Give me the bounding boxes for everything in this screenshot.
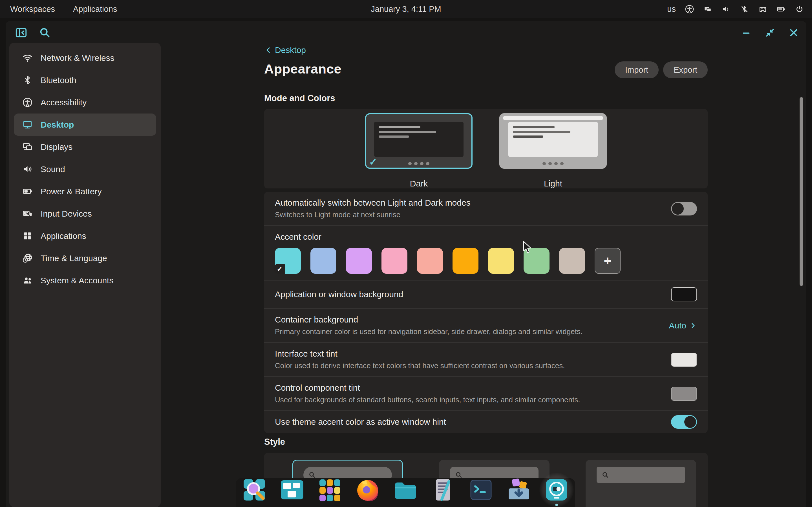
row-subtitle: Color used to derive interface text colo… — [275, 361, 697, 370]
users-icon — [22, 275, 33, 286]
accent-swatch-yellow[interactable] — [488, 248, 514, 274]
battery-icon — [22, 186, 33, 196]
close-icon[interactable] — [788, 27, 799, 38]
settings-sidebar: Network & Wireless Bluetooth Accessibili… — [9, 43, 161, 507]
setting-row-auto-switch: Automatically switch between Light and D… — [264, 192, 708, 225]
setting-row-interface-text-tint: Interface text tint Color used to derive… — [264, 342, 708, 376]
style-preview-searchbar — [597, 467, 685, 483]
row-subtitle: Primary container color is used for navi… — [275, 327, 697, 336]
container-background-value[interactable]: Auto — [669, 321, 686, 330]
row-title: Application or window background — [275, 290, 403, 299]
dock-item-firefox[interactable] — [354, 476, 382, 504]
minimize-button[interactable] — [741, 27, 752, 38]
dark-mode-preview — [374, 122, 463, 157]
dock-item-files[interactable] — [391, 476, 419, 504]
search-icon[interactable] — [38, 26, 51, 39]
bluetooth-disabled-icon[interactable] — [740, 4, 749, 14]
accent-swatch-orange[interactable] — [453, 248, 478, 274]
accent-swatch-warm-gray[interactable] — [559, 248, 585, 274]
mouse-cursor — [523, 241, 535, 255]
maximize-button[interactable] — [765, 27, 775, 38]
appearance-settings-card: Automatically switch between Light and D… — [264, 192, 708, 433]
export-button[interactable]: Export — [663, 61, 708, 78]
breadcrumb-label: Desktop — [275, 45, 306, 55]
wifi-icon — [22, 53, 33, 63]
desktop-icon — [22, 119, 33, 130]
sidebar-item-applications[interactable]: Applications — [14, 225, 156, 247]
import-button[interactable]: Import — [615, 61, 659, 78]
scrollbar-thumb[interactable] — [800, 97, 803, 286]
sidebar-item-input-devices[interactable]: Input Devices — [14, 203, 156, 225]
sidebar-item-label: Displays — [41, 142, 72, 152]
sidebar-item-network-wireless[interactable]: Network & Wireless — [14, 47, 156, 69]
volume-icon[interactable] — [721, 4, 731, 14]
sidebar-item-sound[interactable]: Sound — [14, 158, 156, 180]
running-indicator — [555, 504, 558, 506]
sidebar-item-label: Applications — [41, 231, 86, 241]
top-panel: Workspaces Applications January 3, 4:11 … — [0, 0, 812, 18]
accent-window-hint-toggle[interactable] — [671, 415, 697, 429]
applications-menu[interactable]: Applications — [73, 4, 117, 14]
sidebar-item-label: Accessibility — [41, 98, 87, 107]
add-accent-color-button[interactable]: + — [595, 248, 620, 274]
setting-row-control-component-tint: Control component tint Used for backgrou… — [264, 376, 708, 410]
breadcrumb[interactable]: Desktop — [264, 45, 306, 55]
check-icon: ✓ — [369, 156, 377, 168]
windows-stack-icon[interactable] — [703, 4, 712, 14]
accessibility-icon[interactable] — [685, 4, 694, 14]
dock-item-app-library[interactable] — [316, 476, 344, 504]
row-title: Control component tint — [275, 383, 697, 393]
auto-switch-toggle[interactable] — [671, 202, 697, 216]
apps-grid-icon — [22, 231, 33, 241]
sidebar-toggle-icon[interactable] — [15, 26, 28, 39]
light-mode-preview — [508, 122, 598, 157]
style-section-heading: Style — [264, 437, 285, 447]
settings-window: Network & Wireless Bluetooth Accessibili… — [6, 21, 806, 507]
keyboard-layout-applet[interactable]: us — [667, 4, 676, 14]
sidebar-item-system-accounts[interactable]: System & Accounts — [14, 269, 156, 291]
accent-swatch-teal[interactable]: ✓ — [275, 248, 301, 274]
power-icon[interactable] — [795, 4, 804, 14]
plus-icon: + — [604, 253, 612, 269]
dock — [236, 478, 575, 507]
accent-swatch-salmon[interactable] — [417, 248, 443, 274]
workspaces-menu[interactable]: Workspaces — [10, 4, 55, 14]
mode-option-dark[interactable]: ✓ — [365, 113, 472, 169]
mode-label-light: Light — [499, 179, 607, 188]
clock-applet[interactable]: January 3, 4:11 PM — [371, 0, 441, 18]
dock-item-text-editor[interactable] — [429, 476, 457, 504]
app-background-swatch[interactable] — [671, 287, 697, 301]
accent-swatch-purple[interactable] — [346, 248, 372, 274]
chevron-right-icon — [689, 322, 697, 330]
accent-swatch-pink[interactable] — [382, 248, 407, 274]
dock-item-launcher[interactable] — [240, 476, 268, 504]
sidebar-item-desktop[interactable]: Desktop — [14, 114, 156, 136]
mode-option-light[interactable] — [499, 113, 607, 169]
battery-icon[interactable] — [776, 4, 786, 14]
setting-row-container-background[interactable]: Container background Primary container c… — [264, 308, 708, 342]
mode-section-heading: Mode and Colors — [264, 93, 335, 103]
sidebar-item-bluetooth[interactable]: Bluetooth — [14, 69, 156, 91]
dock-item-workspaces[interactable] — [278, 476, 306, 504]
accent-swatch-blue[interactable] — [310, 248, 336, 274]
dock-item-terminal[interactable] — [467, 476, 495, 504]
keyboard-icon — [22, 209, 33, 219]
interface-text-tint-swatch[interactable] — [671, 353, 697, 367]
sidebar-item-label: Power & Battery — [41, 187, 102, 196]
sidebar-item-label: Bluetooth — [41, 75, 77, 85]
row-subtitle: Switches to Light mode at next sunrise — [275, 210, 697, 219]
control-component-tint-swatch[interactable] — [671, 387, 697, 401]
sidebar-item-displays[interactable]: Displays — [14, 136, 156, 158]
sidebar-item-time-language[interactable]: Time & Language — [14, 247, 156, 269]
appearance-page: Desktop Appearance Import Export Mode an… — [264, 21, 708, 507]
dock-item-app-store[interactable] — [505, 476, 533, 504]
accent-color-label: Accent color — [275, 232, 697, 242]
sidebar-item-power-battery[interactable]: Power & Battery — [14, 180, 156, 203]
sidebar-item-label: Input Devices — [41, 209, 92, 219]
dock-item-settings[interactable] — [543, 476, 571, 504]
displays-icon — [22, 142, 33, 152]
ethernet-icon[interactable] — [758, 4, 767, 14]
style-preview-3[interactable] — [586, 460, 696, 507]
clock-globe-icon — [22, 253, 33, 263]
sidebar-item-accessibility[interactable]: Accessibility — [14, 91, 156, 114]
